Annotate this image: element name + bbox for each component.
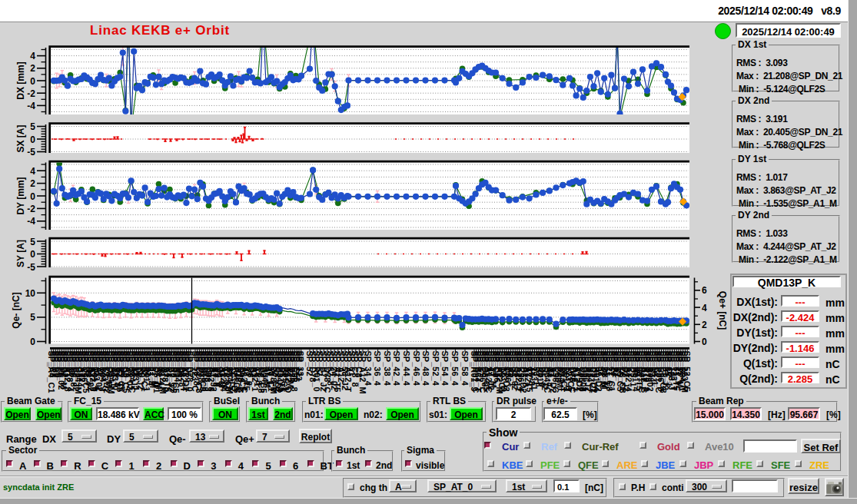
svg-text:5: 5 — [30, 237, 35, 247]
svg-text:Qe- [nC]: Qe- [nC] — [11, 292, 22, 328]
svg-text:SP_36_4: SP_36_4 — [373, 351, 382, 386]
svg-text:0: 0 — [30, 337, 35, 347]
svg-text:SP_46_4: SP_46_4 — [412, 351, 421, 386]
svg-text:-2: -2 — [27, 88, 35, 99]
svg-text:SP_52_C5: SP_52_C5 — [683, 351, 692, 392]
svg-text:DY [mm]: DY [mm] — [15, 177, 26, 214]
svg-text:SY [A]: SY [A] — [15, 240, 26, 267]
svg-text:SP_44_4: SP_44_4 — [402, 351, 411, 386]
svg-text:4: 4 — [702, 303, 707, 313]
svg-text:-4: -4 — [27, 216, 35, 227]
svg-text:0: 0 — [30, 76, 35, 87]
svg-text:SP_58_4: SP_58_4 — [460, 351, 470, 386]
svg-text:-4: -4 — [27, 101, 35, 111]
svg-text:SP_38_4: SP_38_4 — [383, 351, 392, 386]
svg-text:4: 4 — [30, 51, 35, 61]
svg-text:2: 2 — [30, 178, 35, 189]
svg-text:Qe+ [nC]: Qe+ [nC] — [717, 291, 728, 330]
svg-text:2: 2 — [702, 320, 707, 330]
svg-text:SP_56_4: SP_56_4 — [450, 351, 460, 386]
svg-text:0: 0 — [30, 249, 35, 260]
svg-text:-2: -2 — [27, 204, 35, 214]
svg-text:SP_54_4: SP_54_4 — [440, 351, 450, 386]
svg-text:DX [mm]: DX [mm] — [15, 61, 26, 99]
svg-text:0: 0 — [30, 134, 35, 145]
svg-text:2: 2 — [30, 63, 35, 74]
svg-text:6: 6 — [702, 285, 707, 296]
svg-text:-5: -5 — [27, 262, 35, 273]
svg-text:SP_33: SP_33 — [296, 351, 305, 376]
svg-text:0: 0 — [702, 337, 707, 347]
svg-text:5: 5 — [30, 121, 35, 132]
svg-text:5: 5 — [30, 312, 35, 323]
svg-text:SP_34_4: SP_34_4 — [364, 351, 373, 386]
svg-text:10: 10 — [25, 288, 36, 299]
svg-text:-5: -5 — [27, 147, 35, 158]
svg-text:4: 4 — [30, 166, 35, 177]
svg-text:0: 0 — [30, 191, 35, 202]
svg-text:SP_52_4: SP_52_4 — [431, 351, 440, 386]
svg-text:SP_48_4: SP_48_4 — [421, 351, 430, 386]
svg-text:SX [A]: SX [A] — [15, 124, 26, 152]
svg-text:SP_42_4: SP_42_4 — [392, 351, 401, 386]
